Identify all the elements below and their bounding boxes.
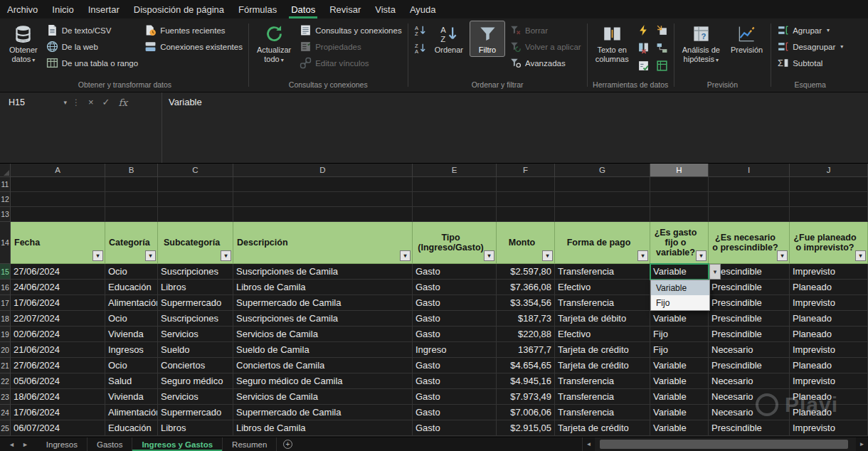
cell-F23[interactable]: $7.973,49 bbox=[497, 389, 555, 405]
cell-I17[interactable]: Prescindible bbox=[709, 295, 790, 311]
cell-E20[interactable]: Ingreso bbox=[413, 342, 497, 358]
column-header-J[interactable]: J bbox=[790, 164, 868, 177]
name-box-dropdown-icon[interactable]: ▾ bbox=[63, 99, 67, 106]
cell-H13[interactable] bbox=[650, 207, 709, 222]
cell-D14[interactable]: Descripción▾ bbox=[233, 222, 413, 264]
cell-D17[interactable]: Supermercado de Camila bbox=[233, 295, 413, 311]
menu-tab-disposicion-de-pagina[interactable]: Disposición de página bbox=[127, 0, 231, 18]
cell-A14[interactable]: Fecha▾ bbox=[11, 222, 105, 264]
cell-J12[interactable] bbox=[790, 192, 868, 207]
menu-tab-datos[interactable]: Datos bbox=[284, 0, 322, 18]
filter-button-E[interactable]: ▾ bbox=[484, 250, 494, 261]
editar-vinculos-button[interactable]: Editar vínculos bbox=[297, 56, 403, 70]
agrupar-button[interactable]: Agrupar▾ bbox=[775, 23, 845, 37]
cell-A22[interactable]: 05/06/2024 bbox=[11, 373, 105, 389]
cell-A17[interactable]: 17/06/2024 bbox=[11, 295, 105, 311]
cell-I18[interactable]: Prescindible bbox=[709, 311, 790, 327]
cell-E23[interactable]: Gasto bbox=[413, 389, 497, 405]
cell-E13[interactable] bbox=[413, 207, 497, 222]
prevision-button[interactable]: Previsión bbox=[726, 21, 767, 57]
select-all-corner[interactable] bbox=[0, 164, 11, 177]
cell-J11[interactable] bbox=[790, 177, 868, 192]
fuentes-recientes-button[interactable]: Fuentes recientes bbox=[142, 23, 245, 37]
cell-J17[interactable]: Imprevisto bbox=[790, 295, 868, 311]
cell-H24[interactable]: Variable bbox=[650, 405, 709, 420]
cell-G16[interactable]: Efectivo bbox=[555, 280, 650, 295]
cell-D25[interactable]: Libros de Camila bbox=[233, 420, 413, 436]
cell-B17[interactable]: Alimentación bbox=[105, 295, 158, 311]
cell-F21[interactable]: $4.654,65 bbox=[497, 358, 555, 373]
row-header-21[interactable]: 21 bbox=[0, 358, 11, 373]
cell-H20[interactable]: Fijo bbox=[650, 342, 709, 358]
cell-B13[interactable] bbox=[105, 207, 158, 222]
cell-B21[interactable]: Ocio bbox=[105, 358, 158, 373]
conexiones-existentes-button[interactable]: Conexiones existentes bbox=[142, 40, 245, 53]
column-header-B[interactable]: B bbox=[105, 164, 158, 177]
cell-H21[interactable]: Variable bbox=[650, 358, 709, 373]
cell-C24[interactable]: Supermercado bbox=[158, 405, 233, 420]
filter-button-I[interactable]: ▾ bbox=[777, 250, 788, 261]
cell-J25[interactable]: Imprevisto bbox=[790, 420, 868, 436]
cell-J19[interactable]: Planeado bbox=[790, 327, 868, 342]
de-la-web-button[interactable]: De la web bbox=[44, 40, 140, 53]
validation-dropdown-button[interactable]: ▾ bbox=[709, 264, 721, 280]
row-header-15[interactable]: 15 bbox=[0, 264, 11, 280]
cell-D13[interactable] bbox=[233, 207, 413, 222]
de-texto-csv-button[interactable]: De texto/CSV bbox=[44, 23, 140, 37]
cell-F12[interactable] bbox=[497, 192, 555, 207]
cell-F15[interactable]: $2.597,80 bbox=[497, 264, 555, 280]
cell-C13[interactable] bbox=[158, 207, 233, 222]
cell-A19[interactable]: 02/06/2024 bbox=[11, 327, 105, 342]
row-header-17[interactable]: 17 bbox=[0, 295, 11, 311]
consolidate-icon-button[interactable] bbox=[654, 23, 670, 37]
menu-tab-insertar[interactable]: Insertar bbox=[81, 0, 127, 18]
cell-J20[interactable]: Imprevisto bbox=[790, 342, 868, 358]
cell-B25[interactable]: Educación bbox=[105, 420, 158, 436]
row-header-22[interactable]: 22 bbox=[0, 373, 11, 389]
sheet-nav-left-icon[interactable]: ◄ bbox=[9, 441, 15, 448]
cell-F13[interactable] bbox=[497, 207, 555, 222]
cell-F19[interactable]: $220,88 bbox=[497, 327, 555, 342]
cell-B22[interactable]: Salud bbox=[105, 373, 158, 389]
column-header-G[interactable]: G bbox=[555, 164, 650, 177]
cell-G17[interactable]: Transferencia bbox=[555, 295, 650, 311]
cell-A11[interactable] bbox=[11, 177, 105, 192]
cell-G15[interactable]: Transferencia bbox=[555, 264, 650, 280]
analisis-de-hipotesis-button[interactable]: ?Análisis dehipótesis▾ bbox=[678, 21, 724, 67]
remove-duplicates-icon-button[interactable] bbox=[635, 41, 652, 55]
cell-B16[interactable]: Educación bbox=[105, 280, 158, 295]
scrollbar-track[interactable] bbox=[595, 437, 856, 451]
cell-B12[interactable] bbox=[105, 192, 158, 207]
cell-B24[interactable]: Alimentación bbox=[105, 405, 158, 420]
cell-B19[interactable]: Vivienda bbox=[105, 327, 158, 342]
cell-E16[interactable]: Gasto bbox=[413, 280, 497, 295]
cell-G21[interactable]: Tarjeta de crédito bbox=[555, 358, 650, 373]
cell-I14[interactable]: ¿Es necesario o prescindible?▾ bbox=[709, 222, 790, 264]
cell-E19[interactable]: Gasto bbox=[413, 327, 497, 342]
cell-G18[interactable]: Tarjeta de débito bbox=[555, 311, 650, 327]
new-sheet-button[interactable]: + bbox=[277, 437, 298, 451]
menu-tab-revisar[interactable]: Revisar bbox=[322, 0, 368, 18]
cell-I12[interactable] bbox=[709, 192, 790, 207]
cell-C16[interactable]: Libros bbox=[158, 280, 233, 295]
filter-button-D[interactable]: ▾ bbox=[400, 250, 411, 261]
row-header-19[interactable]: 19 bbox=[0, 327, 11, 342]
cell-B18[interactable]: Ocio bbox=[105, 311, 158, 327]
cell-F20[interactable]: 13677,7 bbox=[497, 342, 555, 358]
insert-function-icon[interactable]: fx bbox=[119, 97, 128, 108]
cell-H25[interactable]: Variable bbox=[650, 420, 709, 436]
cell-E18[interactable]: Gasto bbox=[413, 311, 497, 327]
column-header-F[interactable]: F bbox=[497, 164, 555, 177]
sheet-tab-ingresos[interactable]: Ingresos bbox=[37, 437, 88, 451]
scrollbar-thumb[interactable] bbox=[600, 440, 848, 449]
formula-bar-handle[interactable]: ⋮ bbox=[71, 92, 84, 107]
borrar-button[interactable]: Borrar bbox=[507, 23, 583, 37]
cell-J16[interactable]: Planeado bbox=[790, 280, 868, 295]
scroll-right-icon[interactable]: ► bbox=[856, 441, 868, 447]
column-header-A[interactable]: A bbox=[11, 164, 105, 177]
cell-C11[interactable] bbox=[158, 177, 233, 192]
actualizar-todo-button[interactable]: Actualizartodo▾ bbox=[253, 21, 295, 67]
cell-I20[interactable]: Necesario bbox=[709, 342, 790, 358]
row-header-23[interactable]: 23 bbox=[0, 389, 11, 405]
row-header-20[interactable]: 20 bbox=[0, 342, 11, 358]
